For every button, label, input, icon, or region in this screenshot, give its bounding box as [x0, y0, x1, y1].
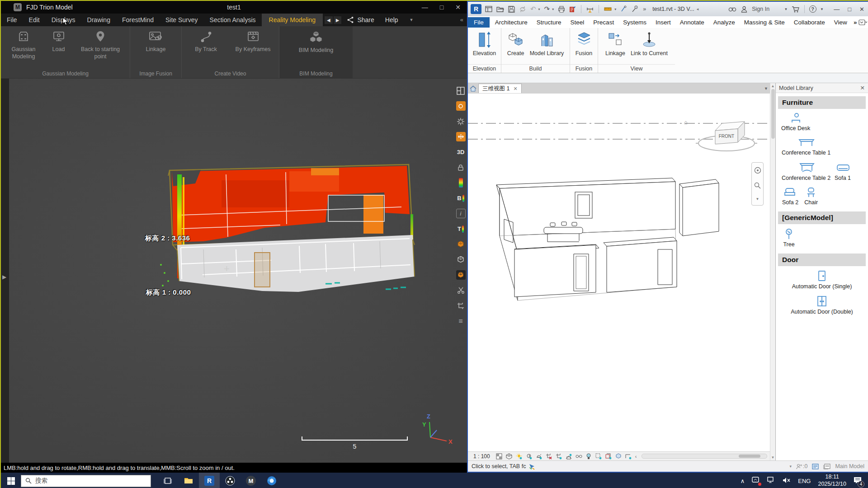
ruler-dropdown-icon[interactable]: ▾ — [614, 7, 616, 11]
library-item-sofa-1[interactable]: Sofa 1 — [832, 160, 854, 183]
steering-wheel-icon[interactable] — [754, 167, 761, 174]
revit-close-button[interactable]: ✕ — [859, 6, 864, 13]
load-button[interactable]: Load — [45, 30, 72, 53]
viewbar-collapse-icon[interactable]: ‹ — [635, 454, 637, 459]
lock-icon[interactable] — [456, 163, 466, 172]
volume-muted-icon[interactable] — [783, 477, 791, 485]
shadows-icon[interactable] — [526, 453, 533, 460]
detail-level-icon[interactable] — [496, 453, 503, 460]
trion-title-bar[interactable]: M FJD Trion Model test1 — □ ✕ — [1, 1, 467, 14]
tabs-more-icon[interactable]: » — [854, 19, 857, 26]
horizontal-scrollbar[interactable] — [642, 454, 767, 459]
menu-site-survey[interactable]: Site Survey — [160, 14, 204, 26]
constraint-icon[interactable] — [625, 453, 632, 460]
start-button[interactable] — [1, 477, 21, 485]
library-item-conference-table-1[interactable]: Conference Table 1 — [780, 135, 832, 158]
linkage-button[interactable]: Linkage — [142, 30, 170, 53]
help-dropdown-icon[interactable]: ▾ — [821, 7, 823, 11]
tab-analyze[interactable]: Analyze — [709, 17, 740, 28]
tab-systems[interactable]: Systems — [618, 17, 651, 28]
render-icon[interactable] — [536, 453, 542, 460]
task-view-button[interactable] — [157, 473, 178, 488]
cube-view-icon[interactable] — [456, 239, 466, 249]
by-track-button[interactable]: By Track — [184, 30, 229, 53]
user-icon[interactable] — [741, 6, 747, 13]
obs-taskbar-button[interactable] — [220, 473, 241, 488]
intensity-colormap-icon[interactable]: B — [456, 193, 466, 203]
visual-style-icon[interactable] — [506, 453, 513, 460]
scroll-down-icon[interactable]: ▼ — [771, 455, 775, 460]
list-icon[interactable]: ≡ — [456, 316, 466, 326]
tab-collaborate[interactable]: Collaborate — [789, 17, 830, 28]
viewcube-home-icon[interactable]: ⌂ — [684, 119, 688, 126]
tab-annotate[interactable]: Annotate — [675, 17, 709, 28]
library-item-tree[interactable]: Tree — [782, 226, 796, 249]
navigation-bar[interactable]: ▼ — [751, 162, 764, 206]
close-view-tab-icon[interactable]: ✕ — [513, 86, 517, 92]
help-icon[interactable]: ? — [809, 5, 816, 13]
library-item-office-desk[interactable]: Office Desk — [780, 111, 811, 133]
open-file-icon[interactable] — [496, 6, 504, 12]
trion-close-button[interactable]: ✕ — [455, 4, 461, 11]
help-dropdown-icon[interactable]: ▼ — [410, 18, 414, 22]
cut-icon[interactable] — [456, 286, 466, 295]
trion-minimize-button[interactable]: — — [422, 4, 428, 11]
menu-file[interactable]: File — [1, 14, 23, 26]
tag-icon[interactable] — [620, 5, 627, 13]
tab-precast[interactable]: Precast — [589, 17, 618, 28]
view-tab-3d[interactable]: 三维视图 1 ✕ — [478, 84, 522, 93]
view-tab-list-icon[interactable]: ▼ — [764, 86, 768, 91]
file-explorer-button[interactable] — [178, 473, 199, 488]
gaussian-modeling-button[interactable]: Gaussian Modeling — [2, 30, 45, 60]
library-item-automatic-door-double[interactable]: Automatic Door (Double) — [790, 293, 854, 317]
unlock-view-icon[interactable] — [566, 453, 572, 460]
tab-structure[interactable]: Structure — [532, 17, 566, 28]
worksets-icon[interactable] — [812, 464, 819, 469]
view-scale[interactable]: 1 : 100 — [473, 453, 490, 460]
menu-reality-modeling[interactable]: Reality Modeling — [262, 14, 323, 26]
redo-dropdown-icon[interactable]: ▾ — [552, 7, 554, 11]
tab-file[interactable]: File — [468, 17, 490, 28]
ribbon-display-toggle-icon[interactable] — [859, 19, 868, 25]
crop-region-icon[interactable] — [556, 453, 562, 460]
library-item-sofa-2[interactable]: Sofa 2 — [781, 185, 799, 207]
info-icon[interactable]: i — [456, 209, 466, 218]
coordinate-icon[interactable] — [456, 132, 466, 141]
horizontal-scroll-thumb[interactable] — [739, 455, 760, 458]
library-item-conference-table-2[interactable]: Conference Table 2 — [780, 160, 832, 183]
selection-box-icon[interactable] — [615, 453, 622, 460]
design-options-icon[interactable] — [823, 464, 830, 469]
collapse-ribbon-icon[interactable]: « — [460, 16, 463, 23]
language-indicator[interactable]: ENG — [798, 478, 811, 484]
editing-requests[interactable]: :0 — [796, 463, 807, 469]
trion-3d-viewport[interactable]: ▶ — [1, 79, 467, 463]
menu-edit[interactable]: Edit — [23, 14, 46, 26]
home-view-icon[interactable] — [470, 85, 476, 92]
browser-taskbar-button[interactable] — [261, 473, 282, 488]
by-keyframes-button[interactable]: By Keyframes — [229, 30, 278, 53]
back-to-starting-point-button[interactable]: Back to starting point — [72, 30, 129, 60]
displacement-icon[interactable] — [605, 453, 612, 460]
measure-icon[interactable] — [586, 5, 594, 13]
menu-drawing[interactable]: Drawing — [81, 14, 116, 26]
tab-massing-site[interactable]: Massing & Site — [740, 17, 789, 28]
revit-minimize-button[interactable]: — — [834, 6, 840, 13]
sign-in-button[interactable]: Sign In — [752, 6, 769, 12]
ruler-icon[interactable] — [604, 6, 612, 12]
number-tag-icon[interactable]: 1 — [632, 5, 639, 13]
trion-maximize-button[interactable]: □ — [440, 4, 443, 11]
sync-icon[interactable] — [519, 6, 526, 13]
bim-modeling-button[interactable]: BIM Modeling — [295, 30, 337, 54]
tab-insert[interactable]: Insert — [651, 17, 675, 28]
temporary-view-icon[interactable] — [585, 453, 592, 460]
model-library-close-icon[interactable]: ✕ — [860, 84, 865, 91]
isolate-icon[interactable] — [595, 453, 602, 460]
title-collapse-icon[interactable]: ◂ — [697, 7, 699, 11]
signin-dropdown-icon[interactable]: ▾ — [785, 7, 787, 11]
vertical-scroll-thumb[interactable] — [771, 89, 775, 139]
zoom-icon[interactable] — [754, 182, 761, 189]
capture-icon[interactable] — [456, 101, 466, 111]
texture-colormap-icon[interactable]: T — [456, 224, 466, 234]
help-menu[interactable]: Help ▼ — [380, 14, 419, 26]
m-app-taskbar-button[interactable]: M — [241, 473, 261, 488]
